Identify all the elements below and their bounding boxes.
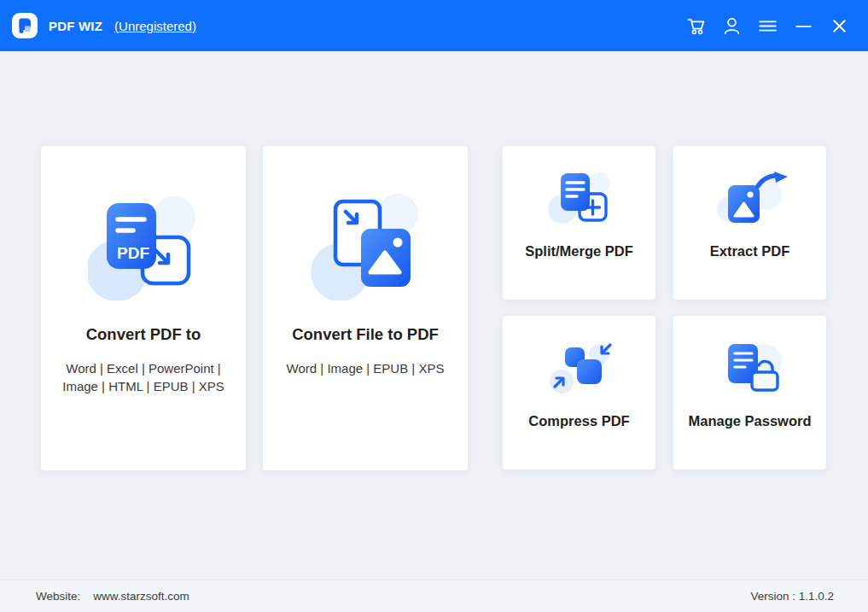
convert-file-to-pdf-icon <box>310 189 421 300</box>
version-label: Version : 1.1.0.2 <box>750 590 834 603</box>
pdf-label: PDF <box>117 244 149 262</box>
card-convert-pdf-to[interactable]: PDF Convert PDF to Word | Excel | PowerP… <box>41 146 246 470</box>
card-manage-password[interactable]: Manage Password <box>673 316 826 469</box>
card-title: Convert PDF to <box>86 325 201 344</box>
card-title: Compress PDF <box>528 413 629 429</box>
app-window: PDF WIZ (Unregistered) <box>0 0 868 612</box>
extract-pdf-icon <box>709 172 791 224</box>
statusbar: Website: www.starzsoft.com Version : 1.1… <box>0 580 868 612</box>
minimize-button[interactable] <box>792 15 815 38</box>
cart-icon[interactable] <box>684 15 708 38</box>
compress-pdf-icon <box>539 341 620 394</box>
card-subtitle: Word | Excel | PowerPoint | Image | HTML… <box>58 359 229 396</box>
card-subtitle: Word | Image | EPUB | XPS <box>287 359 445 377</box>
close-button[interactable] <box>828 15 851 38</box>
unregistered-link[interactable]: (Unregistered) <box>114 19 196 33</box>
user-account-icon[interactable] <box>720 15 743 38</box>
titlebar: PDF WIZ (Unregistered) <box>0 0 868 51</box>
app-logo-icon <box>12 13 38 38</box>
card-split-merge-pdf[interactable]: Split/Merge PDF <box>503 146 655 300</box>
card-title: Extract PDF <box>710 243 790 259</box>
website-info: Website: www.starzsoft.com <box>36 590 189 603</box>
menu-icon[interactable] <box>756 15 779 38</box>
convert-pdf-to-icon: PDF <box>88 189 199 300</box>
manage-password-icon <box>709 341 791 394</box>
split-merge-pdf-icon <box>539 172 620 224</box>
titlebar-actions <box>684 15 858 38</box>
card-compress-pdf[interactable]: Compress PDF <box>503 316 655 469</box>
card-convert-file-to-pdf[interactable]: Convert File to PDF Word | Image | EPUB … <box>263 146 468 470</box>
app-title: PDF WIZ <box>49 19 102 33</box>
card-title: Convert File to PDF <box>292 325 439 344</box>
card-title: Split/Merge PDF <box>525 243 633 259</box>
website-link[interactable]: www.starzsoft.com <box>93 590 189 603</box>
card-title: Manage Password <box>689 413 812 429</box>
card-extract-pdf[interactable]: Extract PDF <box>673 146 826 300</box>
website-label: Website: <box>36 590 80 603</box>
